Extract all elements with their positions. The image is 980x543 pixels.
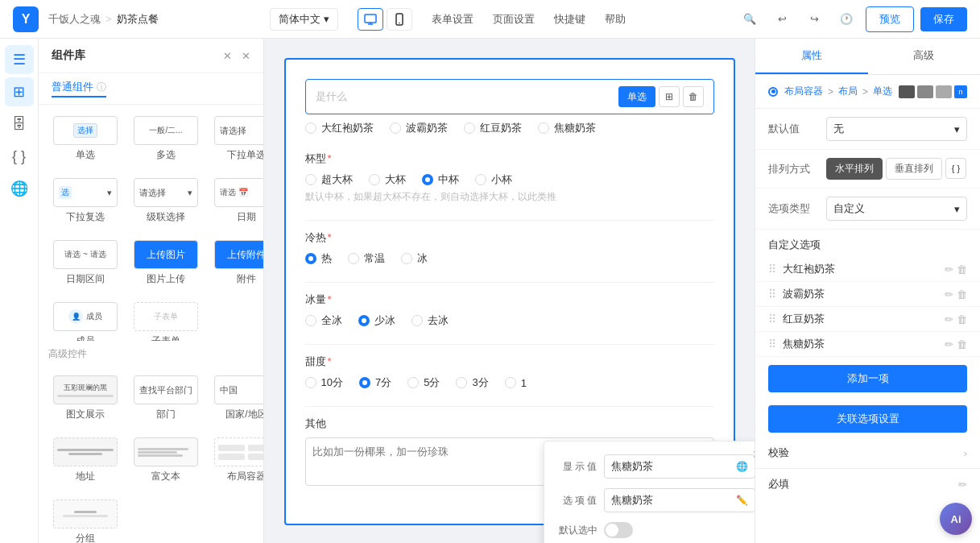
nav-help[interactable]: 帮助: [605, 12, 626, 27]
comp-item-dropdown-single[interactable]: 请选择▾ 下拉单选: [209, 111, 263, 167]
assoc-settings-button[interactable]: 关联选项设置: [768, 405, 967, 433]
comp-item-subtable[interactable]: 子表单 子表单: [129, 297, 203, 341]
comp-item-select[interactable]: 选择 单选: [48, 111, 122, 167]
hotcold-option-hot[interactable]: 热: [305, 251, 332, 266]
tab-advanced[interactable]: 高级: [868, 39, 981, 74]
option-item-2[interactable]: 波霸奶茶: [390, 121, 448, 135]
breadcrumb-single[interactable]: 单选: [873, 85, 892, 98]
nav-page-settings[interactable]: 页面设置: [493, 12, 535, 27]
comp-item-group[interactable]: 分组: [48, 495, 122, 543]
single-select-btn[interactable]: 单选: [618, 86, 655, 107]
comp-item-cascade[interactable]: 请选择▾ 级联选择: [129, 173, 203, 229]
edit-option-3-icon[interactable]: ✏: [945, 313, 953, 325]
panel-tab-basic[interactable]: 普通组件 ⓘ: [52, 80, 106, 97]
sort-vertical-btn[interactable]: 垂直排列: [886, 158, 942, 180]
preview-button[interactable]: 预览: [866, 6, 914, 32]
sweet-option-10[interactable]: 10分: [305, 375, 343, 390]
comp-item-daterange[interactable]: 请选 ~ 请选 日期区间: [48, 235, 122, 291]
main-layout: ☰ ⊞ 🗄 { } 🌐 组件库 ✕ ✕ 普通组件 ⓘ 选择: [0, 39, 980, 543]
comp-item-attachment[interactable]: 上传附件 附件: [209, 235, 263, 291]
comp-item-layout[interactable]: 布局容器: [209, 433, 263, 488]
delete-option-3-icon[interactable]: 🗑: [957, 313, 967, 325]
comp-item-richtext[interactable]: 富文本: [129, 433, 203, 488]
drag-handle-1[interactable]: ⠿: [768, 263, 776, 276]
delete-option-1-icon[interactable]: 🗑: [957, 263, 967, 276]
breadcrumb-item-1[interactable]: 千饭人之魂: [48, 12, 101, 27]
sidebar-item-code[interactable]: { }: [5, 142, 34, 171]
undo-icon-btn[interactable]: ↩: [769, 6, 795, 32]
popup-option-input[interactable]: 焦糖奶茶 ✏️: [604, 488, 755, 512]
topbar: Y 千饭人之魂 > 奶茶点餐 简体中文 ▾ 表单设置 页面设置 快捷键 帮助 🔍…: [0, 0, 980, 39]
search-icon-btn[interactable]: 🔍: [737, 6, 763, 32]
edit-option-1-icon[interactable]: ✏: [945, 263, 953, 276]
sidebar-item-grid[interactable]: ⊞: [5, 77, 34, 106]
ice-option-full[interactable]: 全冰: [305, 313, 342, 328]
delete-option-2-icon[interactable]: 🗑: [957, 288, 967, 301]
field-question-box[interactable]: 是什么 单选 ⊞ 🗑: [305, 79, 714, 114]
option-type-select[interactable]: 自定义 ▾: [826, 197, 967, 221]
ice-option-less[interactable]: 少冰: [358, 313, 395, 328]
hotcold-label-hot: 热: [321, 251, 332, 266]
comp-item-image-upload[interactable]: 上传图片 图片上传: [129, 235, 203, 291]
sidebar-item-menu[interactable]: ☰: [5, 45, 34, 74]
sweet-option-7[interactable]: 7分: [359, 375, 391, 390]
nav-form-settings[interactable]: 表单设置: [432, 12, 473, 27]
edit-required-icon[interactable]: ✏: [958, 479, 967, 491]
edit-option-4-icon[interactable]: ✏: [945, 338, 953, 350]
sidebar-item-data[interactable]: 🗄: [5, 110, 34, 139]
mobile-device-btn[interactable]: [387, 8, 412, 31]
cup-option-large[interactable]: 大杯: [369, 172, 406, 187]
redo-icon-btn[interactable]: ↪: [801, 6, 827, 32]
comp-item-department[interactable]: 查找平台部门 部门: [129, 371, 203, 426]
default-toggle-switch[interactable]: [604, 522, 633, 538]
ice-option-none[interactable]: 去冰: [411, 313, 449, 328]
popup-display-input[interactable]: 焦糖奶茶 🌐: [604, 454, 755, 479]
expand-validation-icon[interactable]: ›: [964, 447, 967, 459]
delete-icon[interactable]: 🗑: [683, 86, 704, 107]
copy-icon[interactable]: ⊞: [659, 86, 680, 107]
breadcrumb-layout[interactable]: 布局容器: [784, 85, 823, 98]
comp-item-date[interactable]: 请选 📅 日期: [209, 173, 263, 229]
comp-item-image-text[interactable]: 五彩斑斓的黑 图文展示: [48, 371, 122, 426]
drag-handle-3[interactable]: ⠿: [768, 313, 776, 325]
nav-shortcuts[interactable]: 快捷键: [554, 12, 585, 27]
cup-option-medium[interactable]: 中杯: [422, 172, 459, 187]
close-icon[interactable]: ✕: [242, 50, 250, 62]
popup-close-btn[interactable]: ✕: [752, 448, 755, 461]
edit-option-2-icon[interactable]: ✏: [945, 288, 953, 301]
add-option-button[interactable]: 添加一项: [768, 365, 967, 392]
radio-medium: [422, 174, 433, 185]
comp-item-member[interactable]: 👤 成员 成员: [48, 297, 122, 341]
lang-selector[interactable]: 简体中文 ▾: [270, 8, 338, 31]
hotcold-option-room[interactable]: 常温: [348, 251, 385, 266]
sort-horizontal-btn[interactable]: 水平排列: [826, 158, 883, 180]
tab-properties[interactable]: 属性: [755, 39, 868, 74]
ai-assistant-badge[interactable]: Ai: [940, 503, 972, 535]
option-item-1[interactable]: 大红袍奶茶: [305, 121, 374, 135]
breadcrumb-item-2[interactable]: 奶茶点餐: [117, 12, 159, 27]
save-button[interactable]: 保存: [920, 7, 967, 31]
cup-label-super: 超大杯: [321, 172, 353, 187]
drag-handle-4[interactable]: ⠿: [768, 338, 776, 350]
default-value-select[interactable]: 无 ▾: [826, 117, 967, 141]
pin-icon[interactable]: ✕: [223, 50, 232, 62]
cup-option-small[interactable]: 小杯: [475, 172, 512, 187]
sweet-option-1[interactable]: 1: [505, 377, 527, 389]
sweet-option-5[interactable]: 5分: [407, 375, 440, 390]
delete-option-4-icon[interactable]: 🗑: [957, 338, 967, 350]
desktop-device-btn[interactable]: [358, 8, 383, 31]
history-icon-btn[interactable]: 🕐: [833, 6, 859, 32]
sort-code-icon[interactable]: { }: [945, 158, 966, 179]
comp-item-address[interactable]: 地址: [48, 433, 122, 488]
comp-item-multi[interactable]: 一般/二... 多选: [129, 111, 203, 167]
option-item-4[interactable]: 焦糖奶茶: [538, 121, 596, 135]
option-item-3[interactable]: 红豆奶茶: [464, 121, 522, 135]
hotcold-option-cold[interactable]: 冰: [401, 251, 428, 266]
sidebar-item-globe[interactable]: 🌐: [5, 174, 34, 203]
drag-handle-2[interactable]: ⠿: [768, 288, 776, 301]
sweet-option-3[interactable]: 3分: [456, 375, 488, 390]
breadcrumb-layout2[interactable]: 布局: [838, 85, 858, 98]
comp-item-country[interactable]: 中国▾ 国家/地区: [209, 371, 263, 426]
cup-option-super[interactable]: 超大杯: [305, 172, 353, 187]
comp-item-dropdown-multi[interactable]: 选▾ 下拉复选: [48, 173, 122, 229]
